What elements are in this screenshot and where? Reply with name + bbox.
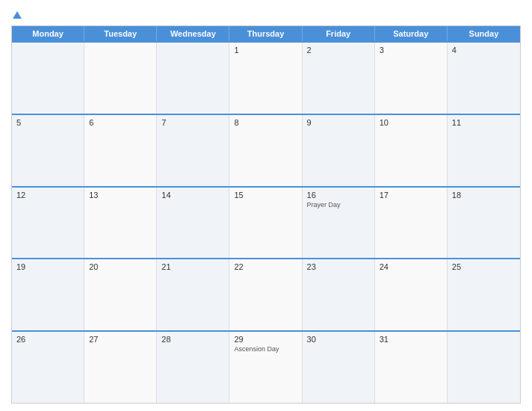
day-number: 18 bbox=[452, 191, 516, 200]
calendar-cell: 30 bbox=[303, 332, 375, 403]
calendar-cell: 31 bbox=[375, 332, 448, 403]
calendar-row-2: 1213141516Prayer Day1718 bbox=[12, 186, 520, 259]
calendar-cell bbox=[84, 43, 157, 114]
header bbox=[11, 7, 521, 21]
day-number: 19 bbox=[16, 262, 79, 271]
day-number: 30 bbox=[307, 335, 370, 344]
day-number: 24 bbox=[380, 262, 442, 271]
day-event: Prayer Day bbox=[307, 201, 370, 209]
logo-general-text bbox=[11, 7, 22, 21]
day-number: 9 bbox=[307, 118, 370, 127]
calendar-cell: 16Prayer Day bbox=[303, 188, 375, 259]
day-number: 6 bbox=[89, 118, 152, 127]
calendar-cell: 22 bbox=[229, 259, 302, 330]
day-number: 28 bbox=[161, 335, 224, 344]
day-number: 27 bbox=[89, 335, 152, 344]
day-number: 10 bbox=[380, 118, 442, 127]
calendar-cell: 27 bbox=[84, 332, 157, 403]
calendar-cell: 11 bbox=[448, 115, 520, 186]
calendar-cell: 3 bbox=[375, 43, 448, 114]
calendar-cell: 15 bbox=[229, 188, 302, 259]
page: MondayTuesdayWednesdayThursdayFridaySatu… bbox=[0, 0, 532, 411]
calendar-cell: 6 bbox=[84, 115, 157, 186]
calendar-cell: 12 bbox=[12, 188, 84, 259]
header-day-tuesday: Tuesday bbox=[84, 26, 157, 41]
calendar-cell: 9 bbox=[303, 115, 375, 186]
calendar-cell: 4 bbox=[448, 43, 520, 114]
logo bbox=[11, 7, 22, 21]
calendar-cell: 25 bbox=[448, 259, 520, 330]
calendar-cell: 29Ascension Day bbox=[229, 332, 302, 403]
calendar-cell: 20 bbox=[84, 259, 157, 330]
calendar-cell: 18 bbox=[448, 188, 520, 259]
calendar-cell: 7 bbox=[157, 115, 229, 186]
calendar-cell bbox=[448, 332, 520, 403]
day-number: 13 bbox=[89, 191, 152, 200]
header-day-friday: Friday bbox=[303, 26, 375, 41]
calendar-cell: 26 bbox=[12, 332, 84, 403]
day-number: 16 bbox=[307, 191, 370, 200]
calendar-cell: 21 bbox=[157, 259, 229, 330]
calendar-row-0: 1234 bbox=[12, 41, 520, 114]
calendar-cell bbox=[157, 43, 229, 114]
day-number: 26 bbox=[16, 335, 79, 344]
calendar-row-3: 19202122232425 bbox=[12, 258, 520, 330]
header-day-thursday: Thursday bbox=[229, 26, 302, 41]
day-number: 1 bbox=[234, 46, 297, 55]
day-number: 22 bbox=[234, 262, 297, 271]
day-number: 17 bbox=[380, 191, 442, 200]
header-day-saturday: Saturday bbox=[375, 26, 448, 41]
day-number: 11 bbox=[452, 118, 516, 127]
calendar-row-4: 26272829Ascension Day3031 bbox=[12, 330, 520, 403]
day-number: 23 bbox=[307, 262, 370, 271]
calendar-cell: 23 bbox=[303, 259, 375, 330]
header-day-wednesday: Wednesday bbox=[157, 26, 229, 41]
day-number: 21 bbox=[161, 262, 224, 271]
calendar-cell: 28 bbox=[157, 332, 229, 403]
day-number: 29 bbox=[234, 335, 297, 344]
calendar-cell: 14 bbox=[157, 188, 229, 259]
logo-triangle-icon bbox=[13, 11, 22, 19]
calendar-cell: 13 bbox=[84, 188, 157, 259]
calendar-body: 12345678910111213141516Prayer Day1718192… bbox=[12, 41, 520, 403]
day-number: 12 bbox=[16, 191, 79, 200]
calendar-cell: 10 bbox=[375, 115, 448, 186]
calendar-cell: 1 bbox=[229, 43, 302, 114]
day-number: 14 bbox=[161, 191, 224, 200]
calendar-cell: 24 bbox=[375, 259, 448, 330]
day-number: 7 bbox=[161, 118, 224, 127]
day-number: 25 bbox=[452, 262, 516, 271]
calendar-cell bbox=[12, 43, 84, 114]
day-number: 15 bbox=[234, 191, 297, 200]
calendar-cell: 5 bbox=[12, 115, 84, 186]
day-number: 20 bbox=[89, 262, 152, 271]
calendar-cell: 17 bbox=[375, 188, 448, 259]
day-number: 4 bbox=[452, 46, 516, 55]
header-day-sunday: Sunday bbox=[448, 26, 520, 41]
calendar-cell: 19 bbox=[12, 259, 84, 330]
calendar-cell: 8 bbox=[229, 115, 302, 186]
day-event: Ascension Day bbox=[234, 345, 297, 353]
header-day-monday: Monday bbox=[12, 26, 84, 41]
day-number: 5 bbox=[16, 118, 79, 127]
day-number: 3 bbox=[380, 46, 442, 55]
calendar-row-1: 567891011 bbox=[12, 114, 520, 186]
calendar-header: MondayTuesdayWednesdayThursdayFridaySatu… bbox=[12, 26, 520, 41]
day-number: 31 bbox=[380, 335, 442, 344]
day-number: 8 bbox=[234, 118, 297, 127]
calendar: MondayTuesdayWednesdayThursdayFridaySatu… bbox=[11, 25, 521, 404]
calendar-cell: 2 bbox=[303, 43, 375, 114]
day-number: 2 bbox=[307, 46, 370, 55]
